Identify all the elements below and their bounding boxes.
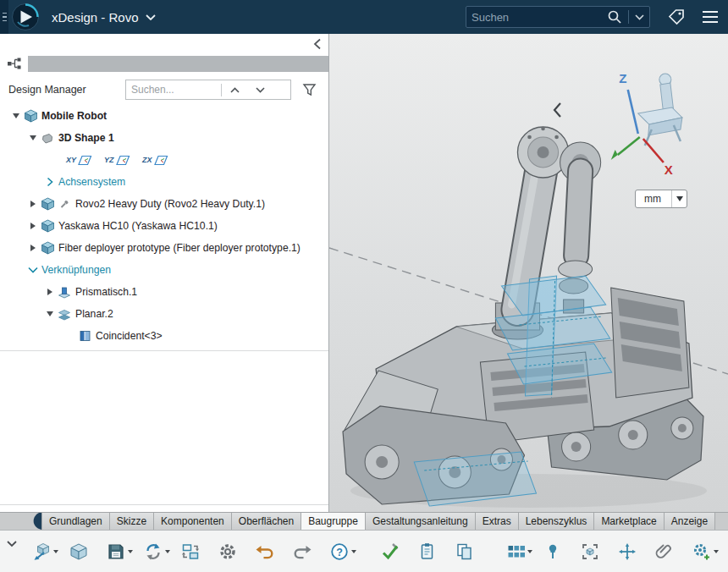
- tree-item-yaskawa[interactable]: Yaskawa HC10 (Yaskawa HC10.1): [0, 215, 328, 237]
- undo-button[interactable]: [249, 535, 281, 569]
- menu-icon[interactable]: [703, 11, 718, 24]
- attach-button[interactable]: [648, 535, 681, 569]
- tree-search-input[interactable]: [126, 84, 221, 96]
- tab-oberflaechen[interactable]: Oberflächen: [232, 513, 301, 530]
- expander-icon[interactable]: [27, 223, 39, 229]
- planar-mate-icon: [56, 308, 73, 321]
- tree-item-label: Planar.2: [75, 308, 113, 320]
- 3d-scene[interactable]: Z X: [329, 34, 728, 512]
- tree-item-label: Achsensystem: [58, 176, 125, 188]
- panel-toolbar-bar: [28, 56, 328, 72]
- mechanisms-button[interactable]: [686, 535, 718, 569]
- tag-icon[interactable]: [667, 8, 686, 26]
- divider: [0, 350, 328, 351]
- tree-item-coincident[interactable]: Coincident<3>: [0, 325, 328, 347]
- search-next-button[interactable]: [247, 80, 273, 99]
- copy-button[interactable]: [449, 535, 481, 569]
- product-icon: [22, 109, 39, 123]
- axis-z-label[interactable]: Z: [619, 71, 626, 85]
- xdesign-app: xDesign - Rovo: [0, 0, 728, 572]
- update-button[interactable]: [137, 535, 169, 569]
- panel-collapse-icon[interactable]: [313, 38, 322, 50]
- tree-item-3d-shape[interactable]: 3D Shape 1: [0, 127, 328, 149]
- tab-extras[interactable]: Extras: [476, 513, 519, 530]
- shape-icon: [39, 132, 56, 145]
- check-pencil-icon: [380, 542, 400, 562]
- tab-grundlagen[interactable]: Grundlagen: [41, 513, 110, 530]
- search-prev-button[interactable]: [222, 80, 247, 99]
- app-title-menu[interactable]: xDesign - Rovo: [52, 10, 156, 25]
- tree-item-planar[interactable]: Planar.2: [0, 303, 328, 325]
- tab-baugruppe[interactable]: Baugruppe: [301, 513, 366, 530]
- redo-arrow-icon: [292, 542, 312, 562]
- tree-item-label: Coincident<3>: [96, 330, 163, 342]
- tree-item-fiber-deployer[interactable]: Fiber deployer prototype (Fiber deployer…: [0, 237, 328, 259]
- divider: [628, 10, 629, 24]
- tab-marketplace[interactable]: Marketplace: [594, 513, 664, 530]
- search-icon[interactable]: [607, 9, 622, 25]
- tab-komponenten[interactable]: Komponenten: [154, 513, 232, 530]
- tree-item-label: 3D Shape 1: [58, 132, 114, 144]
- pattern-button[interactable]: [499, 535, 532, 569]
- new-component-button[interactable]: [63, 535, 95, 569]
- expander-icon[interactable]: [27, 245, 39, 251]
- help-button[interactable]: ?: [323, 535, 356, 569]
- chevron-right-icon[interactable]: [44, 177, 56, 187]
- expander-icon[interactable]: [44, 289, 56, 295]
- compass-icon[interactable]: [11, 3, 40, 31]
- tree-item-achsensystem[interactable]: Achsensystem: [0, 171, 328, 193]
- viewport-collapse-icon[interactable]: [552, 102, 563, 118]
- units-value: mm: [636, 193, 671, 205]
- tree-item-prismatisch[interactable]: Prismatisch.1: [0, 281, 328, 303]
- tab-skizze[interactable]: Skizze: [110, 513, 154, 530]
- tree-view-icon[interactable]: [7, 57, 22, 70]
- sync-arrows-icon: [143, 542, 163, 562]
- plane-label: XY: [66, 156, 76, 164]
- dock-handle-icon[interactable]: [0, 0, 8, 34]
- 3d-viewport[interactable]: Z X mm: [329, 34, 728, 512]
- product-icon: [39, 197, 56, 211]
- tree-item-label: Yaskawa HC10 (Yaskawa HC10.1): [58, 220, 218, 232]
- pushpin-icon: [543, 542, 563, 562]
- panel-header: Design Manager: [0, 74, 328, 105]
- expander-icon[interactable]: [27, 135, 39, 140]
- panel-title: Design Manager: [8, 84, 86, 96]
- expander-icon[interactable]: [44, 311, 56, 316]
- topbar: xDesign - Rovo: [0, 0, 728, 34]
- pattern-grid-icon: [505, 542, 526, 562]
- units-dropdown[interactable]: mm: [635, 190, 687, 208]
- expander-icon[interactable]: [10, 113, 22, 118]
- save-button[interactable]: [100, 535, 132, 569]
- tab-gestaltungsanleitung[interactable]: Gestaltungsanleitung: [366, 513, 476, 530]
- view-triad[interactable]: Z X: [611, 71, 682, 177]
- redo-button[interactable]: [286, 535, 318, 569]
- paste-button[interactable]: [411, 535, 444, 569]
- plane-yz[interactable]: YZ: [104, 155, 142, 166]
- replace-component-button[interactable]: [174, 535, 207, 569]
- tree-item-rovo2[interactable]: Rovo2 Heavy Duty (Rovo2 Heavy Duty.1): [0, 193, 328, 215]
- isolate-component-button[interactable]: [574, 535, 606, 569]
- tree-item-verknuepfungen[interactable]: Verknüpfungen: [0, 259, 328, 281]
- product-icon: [39, 219, 56, 233]
- tab-lebenszyklus[interactable]: Lebenszyklus: [519, 513, 595, 530]
- plane-zx[interactable]: ZX: [142, 155, 180, 166]
- chevron-down-icon[interactable]: [27, 267, 39, 273]
- global-search: [466, 6, 650, 28]
- plane-xy[interactable]: XY: [66, 155, 104, 166]
- settings-button[interactable]: [212, 535, 244, 569]
- plane-icon: [116, 155, 130, 166]
- toolbar-collapse-icon[interactable]: [3, 535, 20, 569]
- plane-label: ZX: [142, 156, 152, 164]
- fix-component-button[interactable]: [537, 535, 569, 569]
- global-search-input[interactable]: [472, 11, 607, 24]
- expander-icon[interactable]: [27, 201, 39, 207]
- move-component-button[interactable]: [611, 535, 643, 569]
- validate-button[interactable]: [374, 535, 406, 569]
- tree-item-mobile-robot[interactable]: Mobile Robot: [0, 105, 328, 127]
- tab-anzeige[interactable]: Anzeige: [665, 513, 715, 530]
- axis-x-label[interactable]: X: [665, 162, 673, 177]
- filter-icon[interactable]: [298, 80, 320, 100]
- search-options-chevron-icon[interactable]: [635, 14, 644, 20]
- component-cube-icon: [69, 542, 89, 562]
- insert-component-button[interactable]: [25, 535, 58, 569]
